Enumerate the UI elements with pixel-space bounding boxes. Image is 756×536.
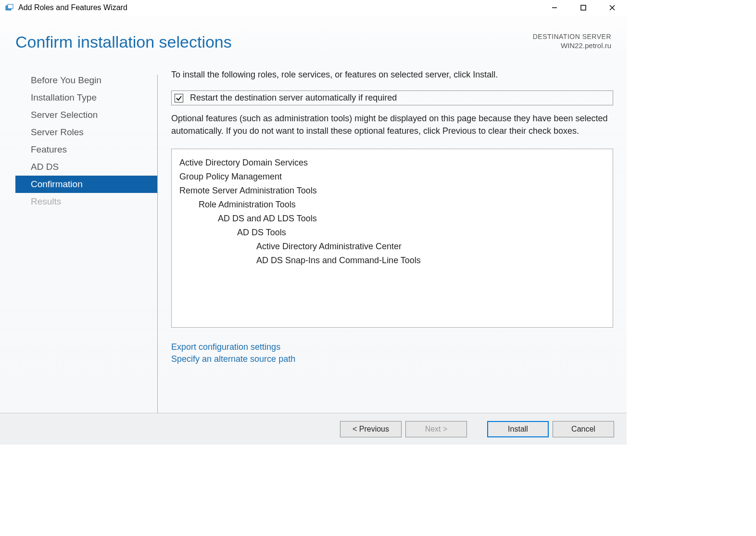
- titlebar: Add Roles and Features Wizard: [0, 0, 627, 15]
- restart-checkbox-label: Restart the destination server automatic…: [190, 93, 397, 103]
- destination-server: WIN22.petrol.ru: [533, 41, 611, 50]
- minimize-button[interactable]: [540, 0, 569, 15]
- action-links: Export configuration settings Specify an…: [171, 341, 613, 365]
- wizard-window: Add Roles and Features Wizard Confirm in…: [0, 0, 627, 445]
- selection-item: Role Administration Tools: [179, 198, 605, 212]
- nav-installation-type[interactable]: Installation Type: [0, 89, 158, 106]
- previous-button[interactable]: < Previous: [340, 421, 402, 437]
- intro-text: To install the following roles, role ser…: [171, 70, 613, 80]
- selections-list[interactable]: Active Directory Domain Services Group P…: [171, 149, 613, 328]
- page-title: Confirm installation selections: [15, 33, 232, 51]
- restart-checkbox-row[interactable]: Restart the destination server automatic…: [171, 90, 613, 105]
- window-title: Add Roles and Features Wizard: [18, 3, 540, 12]
- selection-item: AD DS and AD LDS Tools: [179, 212, 605, 226]
- optional-note: Optional features (such as administratio…: [171, 112, 613, 137]
- svg-rect-1: [8, 4, 13, 9]
- wizard-main: To install the following roles, role ser…: [158, 56, 627, 413]
- nav-ad-ds[interactable]: AD DS: [0, 158, 158, 176]
- install-button[interactable]: Install: [487, 421, 549, 437]
- selection-item: Active Directory Administrative Center: [179, 240, 605, 254]
- wizard-footer: < Previous Next > Install Cancel: [0, 413, 627, 445]
- selection-item: Active Directory Domain Services: [179, 156, 605, 170]
- app-icon: [5, 3, 14, 13]
- nav-results: Results: [0, 193, 158, 210]
- export-config-link[interactable]: Export configuration settings: [171, 341, 613, 353]
- wizard-body: Before You Begin Installation Type Serve…: [0, 56, 627, 413]
- wizard-sidebar: Before You Begin Installation Type Serve…: [0, 56, 158, 413]
- sidebar-nav: Before You Begin Installation Type Serve…: [0, 72, 158, 210]
- alternate-source-link[interactable]: Specify an alternate source path: [171, 353, 613, 365]
- nav-server-selection[interactable]: Server Selection: [0, 106, 158, 124]
- close-button[interactable]: [598, 0, 627, 15]
- selection-item: AD DS Snap-Ins and Command-Line Tools: [179, 254, 605, 268]
- nav-server-roles[interactable]: Server Roles: [0, 124, 158, 141]
- selection-item: AD DS Tools: [179, 226, 605, 240]
- maximize-button[interactable]: [569, 0, 598, 15]
- cancel-button[interactable]: Cancel: [553, 421, 614, 437]
- svg-rect-3: [581, 5, 586, 10]
- nav-features[interactable]: Features: [0, 141, 158, 158]
- destination-info: DESTINATION SERVER WIN22.petrol.ru: [533, 33, 611, 50]
- window-controls: [540, 0, 627, 15]
- wizard-header: Confirm installation selections DESTINAT…: [0, 15, 627, 56]
- restart-checkbox[interactable]: [175, 94, 183, 102]
- selection-item: Group Policy Management: [179, 170, 605, 184]
- destination-label: DESTINATION SERVER: [533, 33, 611, 40]
- nav-before-you-begin[interactable]: Before You Begin: [0, 72, 158, 89]
- nav-confirmation[interactable]: Confirmation: [15, 176, 158, 193]
- selection-item: Remote Server Administration Tools: [179, 184, 605, 198]
- next-button: Next >: [405, 421, 467, 437]
